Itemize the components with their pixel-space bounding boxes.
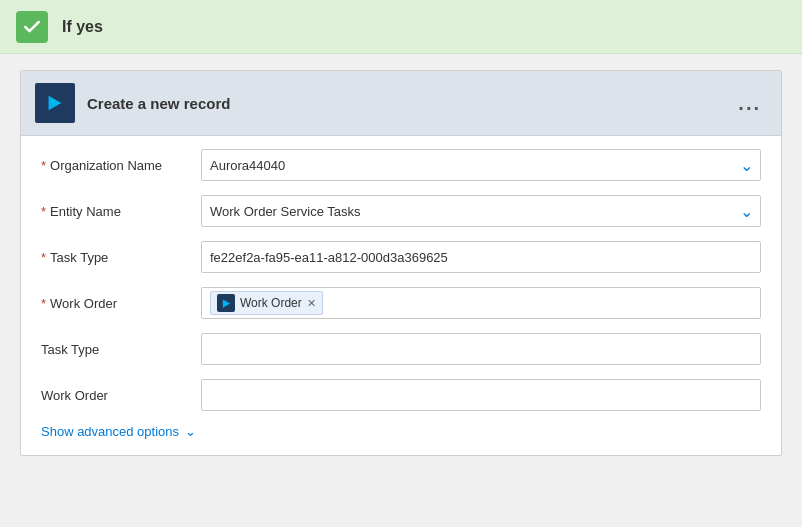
entity-name-dropdown[interactable]: Work Order Service Tasks <box>201 195 761 227</box>
work-order-required-input[interactable]: Work Order ✕ <box>201 287 761 319</box>
create-record-card: Create a new record ... *Organization Na… <box>20 70 782 456</box>
task-type-optional-input[interactable] <box>201 333 761 365</box>
card-title: Create a new record <box>87 95 732 112</box>
check-icon <box>16 11 48 43</box>
tag-close-icon[interactable]: ✕ <box>307 297 316 310</box>
show-advanced-options-button[interactable]: Show advanced options ⌄ <box>41 424 761 439</box>
dynamics-icon <box>35 83 75 123</box>
advanced-options-chevron-icon: ⌄ <box>185 424 196 439</box>
tag-dynamics-icon <box>217 294 235 312</box>
svg-marker-1 <box>222 299 229 307</box>
required-star-2: * <box>41 204 46 219</box>
main-container: Create a new record ... *Organization Na… <box>0 54 802 472</box>
advanced-options-label: Show advanced options <box>41 424 179 439</box>
entity-name-label: *Entity Name <box>41 204 201 219</box>
task-type-optional-label: Task Type <box>41 342 201 357</box>
entity-name-row: *Entity Name Work Order Service Tasks ⌄ <box>41 192 761 230</box>
org-name-dropdown[interactable]: Aurora44040 <box>201 149 761 181</box>
card-header: Create a new record ... <box>21 71 781 136</box>
if-yes-header: If yes <box>0 0 802 54</box>
card-body: *Organization Name Aurora44040 ⌄ *Entity… <box>21 136 781 455</box>
org-name-value: Aurora44040 <box>210 158 285 173</box>
required-star: * <box>41 158 46 173</box>
work-order-optional-row: Work Order <box>41 376 761 414</box>
tag-label: Work Order <box>240 296 302 310</box>
work-order-optional-input[interactable] <box>201 379 761 411</box>
work-order-required-label: *Work Order <box>41 296 201 311</box>
task-type-required-label: *Task Type <box>41 250 201 265</box>
work-order-optional-label: Work Order <box>41 388 201 403</box>
work-order-tag: Work Order ✕ <box>210 291 323 315</box>
task-type-required-row: *Task Type <box>41 238 761 276</box>
org-name-label: *Organization Name <box>41 158 201 173</box>
work-order-required-row: *Work Order Work Order ✕ <box>41 284 761 322</box>
org-name-row: *Organization Name Aurora44040 ⌄ <box>41 146 761 184</box>
entity-name-wrapper: Work Order Service Tasks ⌄ <box>201 195 761 227</box>
task-type-optional-row: Task Type <box>41 330 761 368</box>
svg-marker-0 <box>49 96 62 111</box>
header-title: If yes <box>62 18 103 36</box>
card-menu-button[interactable]: ... <box>732 90 767 117</box>
required-star-3: * <box>41 250 46 265</box>
org-name-wrapper: Aurora44040 ⌄ <box>201 149 761 181</box>
task-type-required-input[interactable] <box>201 241 761 273</box>
entity-name-value: Work Order Service Tasks <box>210 204 361 219</box>
required-star-4: * <box>41 296 46 311</box>
